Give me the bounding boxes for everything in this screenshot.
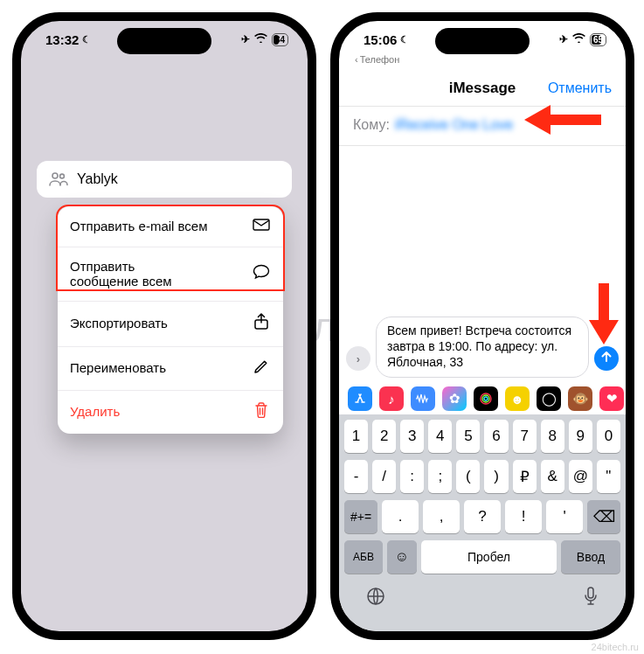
status-time: 15:06 (364, 32, 397, 47)
app-animoji-icon[interactable]: 🐵 (568, 386, 592, 411)
group-name: Yablyk (77, 171, 118, 187)
key-1[interactable]: 1 (344, 420, 368, 453)
compose-area: › Всем привет! Встреча состоится завтра … (339, 310, 626, 383)
keyboard-row-1: 1234567890 (343, 420, 622, 453)
arrow-up-icon (600, 351, 613, 366)
wifi-icon (572, 33, 585, 45)
trash-icon (252, 402, 271, 422)
key-6[interactable]: 6 (484, 420, 508, 453)
notch (435, 28, 530, 54)
svg-rect-10 (588, 588, 593, 598)
key--[interactable]: - (344, 460, 368, 493)
key-7[interactable]: 7 (513, 420, 537, 453)
menu-delete[interactable]: Удалить (58, 391, 283, 434)
key-space[interactable]: Пробел (421, 540, 557, 574)
key-,[interactable]: , (423, 500, 460, 533)
send-button[interactable] (594, 346, 619, 371)
menu-message-all[interactable]: Отправить сообщение всем (58, 247, 283, 302)
arrow-to-send (589, 283, 619, 344)
message-text: Всем привет! Встреча состоится завтра в … (387, 324, 571, 369)
menu-delete-label: Удалить (70, 404, 120, 419)
key-@[interactable]: @ (569, 460, 592, 493)
keyboard: 1234567890 -/:;()₽&@" #+= .,?!' ⌫ АБВ ☺ … (339, 414, 626, 631)
imessage-apps-strip[interactable]: ♪ ✿ ☻ ◯ 🐵 ❤ (339, 383, 626, 414)
key-enter[interactable]: Ввод (561, 540, 620, 574)
key-)[interactable]: ) (484, 460, 508, 493)
key-'[interactable]: ' (546, 500, 583, 533)
key-;[interactable]: ; (428, 460, 452, 493)
message-input[interactable]: Всем привет! Встреча состоится завтра в … (376, 317, 589, 378)
arrow-to-contacts (524, 105, 601, 135)
key-2[interactable]: 2 (372, 420, 396, 453)
mic-icon[interactable] (582, 586, 599, 612)
globe-icon[interactable] (365, 586, 386, 612)
phone-left: 13:32 ☾ ✈︎ 34 Yablyk Отправить e-m (12, 12, 316, 640)
app-fitness-icon[interactable] (474, 386, 498, 411)
to-label: Кому: (353, 117, 390, 133)
svg-rect-2 (253, 219, 269, 230)
dnd-icon: ☾ (400, 34, 409, 45)
key-([interactable]: ( (456, 460, 480, 493)
app-music-icon[interactable]: ♪ (379, 386, 404, 411)
expand-apps-button[interactable]: › (346, 346, 370, 371)
key-9[interactable]: 9 (569, 420, 592, 453)
app-more-icon[interactable]: ❤ (599, 386, 624, 411)
key-?[interactable]: ? (464, 500, 501, 533)
airplane-icon: ✈︎ (559, 33, 568, 45)
app-memoji-icon[interactable]: ☻ (505, 386, 530, 411)
key-symbols[interactable]: #+= (344, 500, 377, 533)
app-audio-icon[interactable] (411, 386, 435, 411)
keyboard-row-4: АБВ ☺ Пробел Ввод (343, 540, 622, 574)
menu-export[interactable]: Экспортировать (58, 302, 283, 347)
key-.[interactable]: . (382, 500, 419, 533)
app-photos-icon[interactable]: ✿ (442, 386, 467, 411)
svg-point-8 (484, 397, 488, 400)
key-3[interactable]: 3 (400, 420, 424, 453)
wifi-icon (254, 33, 267, 45)
key-0[interactable]: 0 (597, 420, 620, 453)
key-₽[interactable]: ₽ (513, 460, 537, 493)
battery-icon: 34 (272, 33, 288, 46)
key-"[interactable]: " (597, 460, 620, 493)
emoji-icon: ☺ (395, 549, 409, 565)
key-5[interactable]: 5 (456, 420, 480, 453)
battery-icon: 65 (590, 33, 606, 46)
keyboard-row-3: #+= .,?!' ⌫ (343, 500, 622, 533)
svg-point-7 (482, 395, 489, 402)
source-mark: 24bitech.ru (592, 642, 639, 652)
back-label: Телефон (360, 54, 400, 65)
svg-point-1 (60, 174, 65, 178)
key-![interactable]: ! (505, 500, 542, 533)
app-appstore-icon[interactable] (348, 386, 372, 411)
app-cash-icon[interactable]: ◯ (537, 386, 561, 411)
back-to-phone[interactable]: ‹ Телефон (355, 54, 399, 65)
key-8[interactable]: 8 (541, 420, 564, 453)
airplane-icon: ✈︎ (241, 33, 250, 45)
key-backspace[interactable]: ⌫ (587, 500, 620, 533)
menu-rename-label: Переименовать (70, 360, 166, 375)
to-contacts: iReceive One Love (395, 117, 513, 133)
chevron-left-icon: ‹ (355, 54, 358, 65)
pencil-icon (252, 358, 271, 379)
key-4[interactable]: 4 (428, 420, 452, 453)
key-abc[interactable]: АБВ (344, 540, 383, 574)
phone-right: 15:06 ☾ ✈︎ 65 ‹ Телефон iMessage Отменит… (330, 12, 634, 640)
keyboard-row-2: -/:;()₽&@" (343, 460, 622, 493)
share-icon (252, 313, 271, 335)
group-card[interactable]: Yablyk (37, 161, 292, 198)
key-&[interactable]: & (541, 460, 564, 493)
keyboard-bottom-row (343, 581, 622, 619)
menu-email-all[interactable]: Отправить e-mail всем (58, 206, 283, 247)
key-emoji[interactable]: ☺ (387, 540, 417, 574)
menu-email-all-label: Отправить e-mail всем (70, 219, 208, 233)
context-menu: Отправить e-mail всем Отправить сообщени… (58, 206, 283, 434)
key-/[interactable]: / (372, 460, 396, 493)
menu-rename[interactable]: Переименовать (58, 347, 283, 391)
speech-bubble-icon (252, 264, 271, 284)
key-:[interactable]: : (400, 460, 424, 493)
chevron-right-icon: › (357, 352, 360, 365)
cancel-button[interactable]: Отменить (548, 80, 612, 96)
svg-point-0 (52, 173, 58, 178)
svg-rect-5 (599, 283, 609, 322)
svg-rect-4 (549, 115, 601, 125)
